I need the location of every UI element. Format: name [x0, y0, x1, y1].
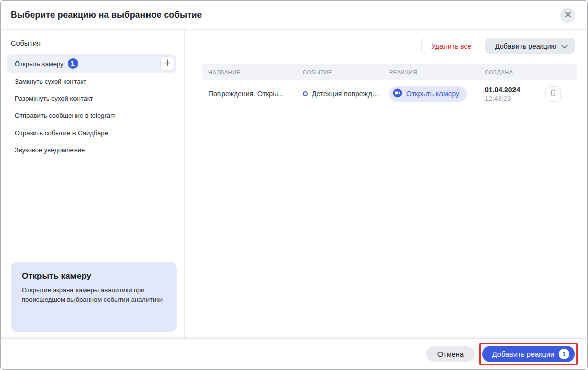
add-reactions-submit-button[interactable]: Добавить реакции 1	[482, 346, 575, 362]
reaction-pill-label: Открыть камеру	[406, 90, 459, 98]
close-button[interactable]	[560, 8, 575, 23]
sidebar-item-label: Звуковое уведомление	[15, 146, 85, 154]
reaction-pill[interactable]: Открыть камеру	[389, 86, 467, 102]
cell-event: Детекция поврежд...	[303, 90, 389, 98]
reactions-panel: Удалить все Добавить реакцию НАЗВАНИЕ СО…	[185, 30, 587, 338]
chevron-down-icon	[561, 42, 568, 50]
sidebar-item-label: Разомкнуть сухой контакт	[15, 95, 93, 102]
sidebar-item-open-dry-contact[interactable]: Разомкнуть сухой контакт	[1, 90, 184, 107]
cell-reaction: Открыть камеру	[389, 86, 485, 102]
sidebar-heading: События	[11, 39, 184, 47]
add-reaction-dropdown-button[interactable]: Добавить реакцию	[485, 38, 575, 54]
sidebar-item-label: Открыть камеру	[15, 60, 64, 68]
page-title: Выберите реакцию на выбранное событие	[11, 10, 202, 20]
created-time: 12:43:23	[485, 95, 545, 102]
add-reaction-label: Добавить реакцию	[495, 42, 556, 50]
sidebar-item-close-dry-contact[interactable]: Замкнуть сухой контакт	[1, 73, 184, 90]
info-card-title: Открыть камеру	[22, 271, 166, 281]
cell-name: Повреждения. Откры...	[202, 90, 303, 98]
reaction-count-badge: 1	[68, 58, 78, 69]
events-sidebar: События Открыть камеру 1 Замкнуть сухой …	[1, 30, 185, 338]
dialog-header: Выберите реакцию на выбранное событие	[1, 1, 587, 30]
column-header-created: СОЗДАНА	[485, 69, 545, 75]
cell-actions	[545, 86, 561, 102]
reactions-toolbar: Удалить все Добавить реакцию	[202, 38, 577, 54]
add-event-reaction-button[interactable]	[160, 56, 174, 71]
table-header-row: НАЗВАНИЕ СОБЫТИЕ РЕАКЦИЯ СОЗДАНА	[202, 64, 577, 80]
event-type-icon	[303, 91, 308, 96]
camera-icon	[393, 88, 402, 99]
reactions-table: НАЗВАНИЕ СОБЫТИЕ РЕАКЦИЯ СОЗДАНА Поврежд…	[202, 64, 577, 108]
event-list: Открыть камеру 1 Замкнуть сухой контакт …	[1, 54, 184, 158]
plus-icon	[164, 59, 171, 68]
sidebar-item-sidebar-event[interactable]: Отразить событие в Сайдбаре	[1, 124, 184, 141]
sidebar-item-telegram-message[interactable]: Отправить сообщение в telegram	[1, 107, 184, 124]
created-date: 01.04.2024	[485, 86, 545, 94]
cell-created: 01.04.2024 12:43:23	[485, 86, 545, 102]
cancel-button[interactable]: Отмена	[426, 346, 475, 362]
sidebar-item-sound-notification[interactable]: Звуковое уведомление	[1, 141, 184, 158]
sidebar-item-label: Отразить событие в Сайдбаре	[15, 129, 108, 137]
trash-icon	[550, 89, 557, 98]
submit-label: Добавить реакции	[492, 350, 554, 358]
sidebar-item-label: Отправить сообщение в telegram	[15, 112, 116, 119]
submit-count-badge: 1	[559, 349, 569, 359]
selected-reaction-info-card: Открыть камеру Открытие экрана камеры ан…	[11, 262, 177, 332]
reaction-select-dialog: Выберите реакцию на выбранное событие Со…	[0, 0, 588, 370]
delete-all-button[interactable]: Удалить все	[421, 38, 481, 54]
dialog-footer: Отмена Добавить реакции 1	[1, 338, 587, 369]
event-label: Детекция поврежд...	[312, 90, 378, 98]
column-header-event: СОБЫТИЕ	[303, 69, 389, 75]
sidebar-item-open-camera[interactable]: Открыть камеру 1	[7, 54, 176, 73]
column-header-name: НАЗВАНИЕ	[202, 69, 303, 75]
sidebar-item-label: Замкнуть сухой контакт	[15, 78, 86, 85]
column-header-reaction: РЕАКЦИЯ	[389, 69, 485, 75]
click-target-highlight: Добавить реакции 1	[479, 343, 578, 365]
info-card-description: Открытие экрана камеры аналитики при про…	[22, 286, 166, 305]
delete-row-button[interactable]	[545, 86, 561, 102]
table-row: Повреждения. Откры... Детекция поврежд..…	[202, 80, 577, 108]
close-icon	[565, 11, 571, 19]
dialog-body: События Открыть камеру 1 Замкнуть сухой …	[1, 30, 587, 338]
